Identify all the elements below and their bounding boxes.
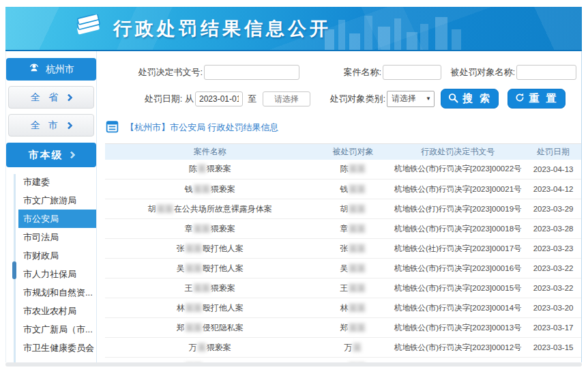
search-form-row-1: 处罚决定书文号: 案件名称: 被处罚对象名称: bbox=[105, 65, 581, 80]
level-button-municipal[interactable]: 市本级 bbox=[6, 143, 96, 167]
page-title: 行政处罚结果信息公开 bbox=[113, 16, 332, 41]
doc-no-label: 处罚决定书文号: bbox=[105, 66, 203, 78]
doc-number-cell: 杭地铁公(市)行罚决字[2023]00018号 bbox=[391, 219, 525, 239]
doc-number-cell: 杭地铁公(市)行罚决字[2023]00015号 bbox=[391, 278, 525, 298]
date-cell: 2023-03-17 bbox=[525, 318, 581, 338]
target-cell: 郑某某 bbox=[315, 318, 392, 338]
sidebar: 杭州市 全 省 全 市 市本级 市建委市文广旅游局市公安局市司法局市财政局市人力… bbox=[6, 51, 97, 362]
sidebar-item-department[interactable]: 市农业农村局 bbox=[18, 302, 96, 320]
scope-button-province[interactable]: 全 省 bbox=[8, 86, 94, 109]
doc-number-cell: 杭地铁公(社)行罚决字[2023]00011号 bbox=[391, 358, 525, 363]
results-header-row: 案件名称 被处罚对象 行政处罚决定书文号 处罚日期 bbox=[105, 144, 581, 160]
redacted-text: 某某 bbox=[185, 244, 203, 253]
chevron-right-icon bbox=[65, 121, 72, 129]
table-row: 钱某某猥亵案钱某某杭地铁公(市)行罚决字[2023]00021号2023-04-… bbox=[105, 180, 581, 199]
doc-number-cell: 杭地铁公(市)行罚决字[2023]00021号 bbox=[391, 180, 525, 199]
date-cell: 2023-04-12 bbox=[525, 180, 581, 199]
sidebar-item-department[interactable]: 市文广新局（市... bbox=[18, 320, 96, 339]
doc-number-cell: 杭地铁公(市)行罚决字[2023]00012号 bbox=[391, 338, 525, 358]
sidebar-item-department[interactable]: 市建委 bbox=[18, 173, 96, 191]
list-icon bbox=[105, 119, 119, 136]
redacted-text: 某某 bbox=[348, 164, 366, 173]
case-name-cell: 陈某猥亵案 bbox=[105, 160, 315, 180]
page-bottom-edge bbox=[5, 362, 582, 367]
case-name-cell: 吴某某殴打他人案 bbox=[105, 259, 315, 278]
table-row: 王某某猥亵案王某某杭地铁公(市)行罚决字[2023]00015号2023-03-… bbox=[105, 278, 581, 298]
city-button[interactable]: 杭州市 bbox=[6, 58, 96, 81]
redacted-text: 某某 bbox=[348, 303, 366, 313]
sidebar-item-department[interactable]: 市公安局 bbox=[18, 210, 96, 228]
department-list: 市建委市文广旅游局市公安局市司法局市财政局市人力社保局市规划和自然资...市农业… bbox=[6, 173, 96, 357]
target-name-label: 被处罚对象名称: bbox=[441, 66, 515, 78]
table-row: 郑某某侵犯隐私案郑某某杭地铁公(市)行罚决字[2023]00013号2023-0… bbox=[105, 318, 581, 338]
sidebar-item-department[interactable]: 市规划和自然资... bbox=[18, 283, 96, 302]
sidebar-item-department[interactable]: 市司法局 bbox=[18, 228, 96, 246]
table-row: 胡某某侵犯隐私案胡某某杭地铁公(社)行罚决字[2023]00011号2023-0… bbox=[105, 358, 581, 363]
date-cell: 2023-03-20 bbox=[525, 298, 581, 318]
doc-no-input[interactable] bbox=[204, 65, 299, 80]
sidebar-item-department[interactable]: 市人力社保局 bbox=[18, 265, 96, 283]
result-title-text: 【杭州市】市公安局 行政处罚结果信息 bbox=[126, 121, 279, 134]
case-name-cell: 林某某殴打他人案 bbox=[105, 298, 315, 318]
sidebar-item-department[interactable]: 市文广旅游局 bbox=[18, 191, 96, 210]
date-from-input[interactable] bbox=[195, 91, 243, 106]
redacted-text: 某某 bbox=[348, 362, 366, 363]
table-row: 吴某某殴打他人案吴某某杭地铁公(市)行罚决字[2023]00016号2023-0… bbox=[105, 259, 581, 278]
redacted-text: 某某 bbox=[193, 184, 211, 194]
case-name-cell: 胡某某在公共场所故意裸露身体案 bbox=[105, 199, 315, 219]
redacted-text: 某某 bbox=[348, 184, 366, 194]
user-location-icon bbox=[28, 62, 40, 76]
redacted-text: 某某 bbox=[185, 263, 203, 273]
doc-number-cell: 杭地铁公(市)行罚决字[2023]00013号 bbox=[391, 318, 525, 338]
column-header-date: 处罚日期 bbox=[525, 144, 581, 160]
app-header: 行政处罚结果信息公开 bbox=[5, 7, 582, 51]
reset-button-label: 重 置 bbox=[529, 92, 558, 105]
target-cell: 陈某某 bbox=[315, 160, 392, 180]
doc-number-cell: 杭地铁公(市)行罚决字[2023]00014号 bbox=[391, 298, 525, 318]
target-cell: 胡某某 bbox=[315, 358, 392, 363]
reset-button[interactable]: 重 置 bbox=[508, 89, 565, 109]
target-cell: 林某某 bbox=[315, 298, 392, 318]
page-panel: 行政处罚结果信息公开 杭州市 全 省 全 市 bbox=[5, 7, 582, 367]
redacted-text: 某某 bbox=[348, 224, 366, 233]
date-to-input[interactable] bbox=[263, 91, 310, 106]
doc-number-cell: 杭地铁公(社)行罚决字[2023]00017号 bbox=[391, 239, 525, 259]
results-table: 案件名称 被处罚对象 行政处罚决定书文号 处罚日期 陈某猥亵案陈某某杭地铁公(市… bbox=[105, 143, 581, 362]
redacted-text: 某 bbox=[352, 343, 362, 352]
redacted-text: 某 bbox=[197, 164, 207, 173]
doc-number-cell: 杭地铁公(市)行罚决字[2023]00016号 bbox=[391, 259, 525, 278]
date-cell: 2023-03-29 bbox=[525, 199, 581, 219]
redacted-text: 某某 bbox=[348, 204, 366, 214]
target-cell: 胡某某 bbox=[315, 199, 392, 219]
target-cell: 章某某 bbox=[315, 219, 392, 239]
case-name-cell: 章某某猥亵案 bbox=[105, 219, 315, 239]
search-button[interactable]: 搜 索 bbox=[441, 89, 499, 109]
date-cell: 2023-04-13 bbox=[525, 160, 581, 180]
scope-province-label: 全 省 bbox=[31, 91, 61, 104]
case-name-label: 案件名称: bbox=[299, 66, 381, 78]
book-icon bbox=[72, 14, 104, 43]
scrollbar-thumb[interactable] bbox=[12, 261, 16, 279]
table-row: 章某某猥亵案章某某杭地铁公(市)行罚决字[2023]00018号2023-03-… bbox=[105, 219, 581, 239]
city-skyline-graphic bbox=[325, 13, 509, 50]
refresh-icon bbox=[514, 92, 525, 105]
target-cell: 钱某某 bbox=[315, 180, 392, 199]
level-label: 市本级 bbox=[29, 149, 63, 162]
result-section-title: 【杭州市】市公安局 行政处罚结果信息 bbox=[105, 119, 581, 136]
category-select[interactable]: 请选择 ▼ bbox=[387, 91, 435, 107]
sidebar-item-department[interactable]: 市财政局 bbox=[18, 246, 96, 265]
redacted-text: 某某 bbox=[193, 283, 211, 293]
redacted-text: 某某 bbox=[348, 263, 366, 273]
scope-city-label: 全 市 bbox=[31, 119, 61, 132]
target-name-input[interactable] bbox=[516, 65, 576, 80]
table-row: 林某某殴打他人案林某某杭地铁公(市)行罚决字[2023]00014号2023-0… bbox=[105, 298, 581, 318]
redacted-text: 某某 bbox=[185, 362, 203, 363]
case-name-cell: 胡某某侵犯隐私案 bbox=[105, 358, 315, 363]
scope-button-city[interactable]: 全 市 bbox=[8, 114, 94, 137]
column-header-target: 被处罚对象 bbox=[315, 144, 392, 160]
doc-number-cell: 杭地铁公(打)行罚决字[2023]00019号 bbox=[391, 199, 525, 219]
case-name-input[interactable] bbox=[383, 65, 441, 80]
redacted-text: 某某 bbox=[193, 224, 211, 233]
sidebar-item-department[interactable]: 市卫生健康委员会 bbox=[18, 339, 96, 357]
target-cell: 万某 bbox=[315, 338, 392, 358]
